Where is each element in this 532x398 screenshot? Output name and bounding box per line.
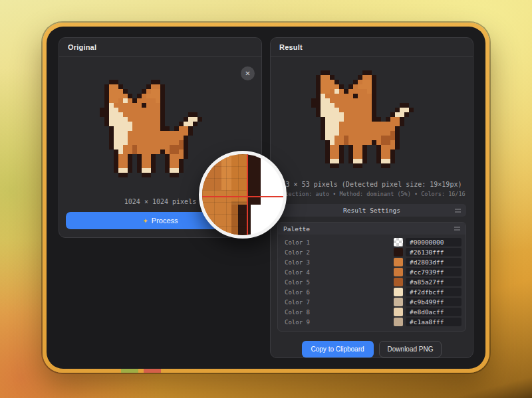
- copy-to-clipboard-button[interactable]: Copy to Clipboard: [302, 341, 374, 357]
- palette-row[interactable]: Color 8 #e8d0acff: [282, 307, 462, 317]
- palette-color-label: Color 2: [282, 249, 310, 256]
- result-panel: Result 53 × 53 pixels (Detected pixel si…: [270, 37, 473, 358]
- result-meta-caption: Detection: auto • Method: dominant (5%) …: [271, 191, 473, 197]
- color-hex-value[interactable]: #00000000: [406, 238, 462, 247]
- color-hex-value[interactable]: #cc7939ff: [406, 268, 462, 276]
- result-panel-title: Result: [271, 38, 473, 57]
- result-settings-label: Result Settings: [343, 207, 400, 214]
- color-swatch[interactable]: [394, 298, 403, 306]
- palette-section: Palette Color 1 #00000000 Color 2 #26130…: [277, 222, 466, 332]
- palette-rows: Color 1 #00000000 Color 2 #26130fff Colo…: [278, 235, 466, 331]
- palette-row[interactable]: Color 5 #a85a27ff: [282, 277, 462, 287]
- color-swatch[interactable]: [394, 258, 403, 266]
- result-settings-header[interactable]: Result Settings: [277, 204, 466, 217]
- palette-color-label: Color 7: [282, 299, 310, 306]
- color-swatch[interactable]: [394, 278, 403, 286]
- palette-color-label: Color 6: [282, 289, 310, 296]
- color-swatch[interactable]: [394, 318, 403, 326]
- color-swatch[interactable]: [394, 248, 403, 256]
- palette-row[interactable]: Color 6 #f2dfbcff: [282, 287, 462, 297]
- result-image-stage: [271, 60, 473, 178]
- crosshair-vertical: [247, 154, 248, 235]
- palette-row[interactable]: Color 9 #c1aa8fff: [282, 317, 462, 327]
- result-pixel-image: [311, 70, 432, 168]
- palette-row[interactable]: Color 1 #00000000: [282, 237, 462, 247]
- color-hex-value[interactable]: #26130fff: [406, 248, 462, 256]
- collapse-icon[interactable]: [455, 209, 461, 212]
- color-swatch[interactable]: [394, 288, 403, 296]
- color-swatch[interactable]: [394, 238, 403, 247]
- collapse-icon[interactable]: [454, 227, 460, 231]
- result-actions: Copy to Clipboard Download PNG: [271, 341, 473, 357]
- color-hex-value[interactable]: #d2803dff: [406, 258, 462, 266]
- process-button-label: Process: [152, 217, 178, 225]
- palette-row[interactable]: Color 3 #d2803dff: [282, 257, 462, 267]
- color-swatch[interactable]: [394, 268, 403, 276]
- palette-row[interactable]: Color 4 #cc7939ff: [282, 267, 462, 277]
- palette-header[interactable]: Palette: [278, 223, 466, 235]
- color-hex-value[interactable]: #c9b499ff: [406, 298, 462, 306]
- close-icon[interactable]: ✕: [241, 66, 255, 80]
- color-hex-value[interactable]: #f2dfbcff: [406, 288, 462, 296]
- palette-row[interactable]: Color 7 #c9b499ff: [282, 297, 462, 307]
- sparkle-icon: ✦: [142, 217, 148, 225]
- color-hex-value[interactable]: #a85a27ff: [406, 278, 462, 286]
- color-hex-value[interactable]: #c1aa8fff: [406, 318, 462, 326]
- frame-accent-green: [121, 369, 138, 373]
- palette-color-label: Color 1: [282, 239, 310, 246]
- magnifier-gridlines: [202, 154, 247, 235]
- magnifier-loupe[interactable]: [199, 151, 287, 239]
- palette-color-label: Color 3: [282, 259, 310, 266]
- crosshair-horizontal: [202, 196, 283, 197]
- palette-color-label: Color 4: [282, 269, 310, 276]
- frame-accent-red: [144, 369, 161, 373]
- result-size-caption: 53 × 53 pixels (Detected pixel size: 19×…: [271, 181, 473, 188]
- palette-header-label: Palette: [283, 225, 310, 233]
- original-pixel-image: [100, 80, 221, 177]
- palette-color-label: Color 9: [282, 319, 310, 326]
- original-panel-title: Original: [59, 38, 261, 57]
- download-png-button[interactable]: Download PNG: [379, 341, 442, 357]
- palette-color-label: Color 8: [282, 309, 310, 316]
- result-column: Result 53 × 53 pixels (Detected pixel si…: [270, 37, 473, 358]
- palette-row[interactable]: Color 2 #26130fff: [282, 247, 462, 257]
- palette-color-label: Color 5: [282, 279, 310, 286]
- color-swatch[interactable]: [394, 308, 403, 316]
- color-hex-value[interactable]: #e8d0acff: [406, 308, 462, 316]
